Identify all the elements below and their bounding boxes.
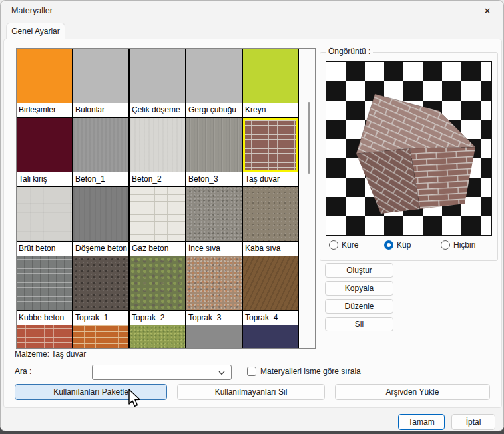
- material-name: Döşeme beton: [73, 242, 128, 256]
- material-tile[interactable]: Kreyn: [242, 48, 299, 118]
- side-button-oluştur[interactable]: Oluştur: [325, 263, 393, 278]
- selected-material-label: Malzeme: Taş duvar: [15, 349, 86, 359]
- side-button-düzenle[interactable]: Düzenle: [325, 299, 393, 314]
- action-button-1[interactable]: Kullanılanları Paketle: [15, 384, 167, 400]
- material-tile[interactable]: Gaz beton: [129, 186, 186, 256]
- material-tile[interactable]: Beton_1: [73, 117, 129, 187]
- material-name: Beton_2: [130, 172, 185, 186]
- material-tile[interactable]: [16, 325, 73, 349]
- material-tile[interactable]: [242, 325, 299, 349]
- material-tile[interactable]: Brüt beton: [16, 186, 73, 256]
- material-name: Beton_3: [186, 172, 242, 186]
- material-thumbnail: [186, 187, 242, 242]
- material-tile[interactable]: Toprak_2: [129, 256, 186, 326]
- material-name: İnce sıva: [186, 242, 242, 256]
- radio-küp[interactable]: Küp: [384, 240, 411, 250]
- radio-circle-icon: [384, 240, 393, 250]
- ok-button[interactable]: Tamam: [398, 414, 445, 430]
- material-thumbnail: [243, 118, 298, 172]
- material-tile[interactable]: Beton_2: [129, 117, 186, 187]
- material-thumbnail: [17, 49, 72, 103]
- chevron-down-icon: [218, 371, 225, 375]
- material-tile[interactable]: Taş duvar: [242, 117, 299, 187]
- screen: Materyaller ✕ Genel Ayarlar BirleşimlerB…: [0, 0, 504, 434]
- material-name: Gaz beton: [130, 242, 185, 256]
- material-tile[interactable]: Toprak_3: [186, 256, 242, 326]
- radio-hiçbiri[interactable]: Hiçbiri: [441, 240, 475, 250]
- material-thumbnail: [17, 256, 72, 311]
- preview-group-label: Öngörüntü :: [326, 47, 373, 56]
- scrollbar-track[interactable]: [300, 49, 315, 348]
- radio-label: Küp: [397, 240, 411, 250]
- material-thumbnail: [243, 187, 298, 242]
- material-name: Toprak_1: [73, 311, 128, 325]
- material-tile[interactable]: Çelik döşeme: [129, 48, 186, 118]
- material-tile[interactable]: [73, 325, 129, 349]
- material-name: Taş duvar: [243, 172, 298, 186]
- side-button-kopyala[interactable]: Kopyala: [325, 281, 393, 296]
- material-thumbnail: [130, 49, 185, 103]
- material-thumbnail: [130, 326, 185, 349]
- material-thumbnail: [73, 118, 128, 172]
- radio-circle-icon: [441, 240, 450, 250]
- material-thumbnail: [130, 118, 185, 172]
- close-icon[interactable]: ✕: [481, 5, 494, 18]
- material-name: Brüt beton: [17, 242, 72, 256]
- material-thumbnail: [186, 49, 242, 103]
- sort-by-name-label: Materyalleri isme göre sırala: [260, 367, 361, 376]
- radio-küre[interactable]: Küre: [329, 240, 358, 250]
- material-thumbnail: [130, 187, 185, 242]
- material-tile[interactable]: Birleşimler: [16, 48, 73, 118]
- materials-dialog: Materyaller ✕ Genel Ayarlar BirleşimlerB…: [0, 0, 504, 431]
- preview-cube-render: [326, 62, 492, 236]
- material-thumbnail: [186, 256, 242, 311]
- action-button-2[interactable]: Kullanılmayanları Sil: [177, 384, 325, 400]
- side-button-sil[interactable]: Sil: [325, 317, 393, 331]
- preview-viewport[interactable]: [326, 61, 492, 236]
- material-tile[interactable]: Toprak_1: [73, 256, 129, 326]
- material-tile[interactable]: Döşeme beton: [73, 186, 129, 256]
- material-thumbnail: [73, 187, 128, 242]
- titlebar[interactable]: Materyaller ✕: [1, 1, 503, 22]
- material-tile[interactable]: Toprak_4: [242, 256, 299, 326]
- scrollbar-thumb[interactable]: [308, 102, 310, 174]
- material-name: Tali kiriş: [17, 172, 72, 186]
- material-name: Bulonlar: [73, 103, 128, 117]
- preview-mode-radios: KüreKüpHiçbiri: [326, 240, 493, 258]
- material-tile[interactable]: Beton_3: [186, 117, 242, 187]
- material-list[interactable]: BirleşimlerBulonlarÇelik döşemeGergi çub…: [16, 48, 316, 349]
- radio-label: Hiçbiri: [453, 240, 475, 250]
- material-name: Beton_1: [73, 172, 128, 186]
- mouse-cursor: [128, 389, 141, 407]
- material-tile[interactable]: [129, 325, 186, 349]
- material-tile[interactable]: Kubbe beton: [16, 256, 73, 326]
- material-grid: BirleşimlerBulonlarÇelik döşemeGergi çub…: [17, 49, 300, 349]
- material-name: Toprak_2: [130, 311, 185, 325]
- material-thumbnail: [186, 118, 242, 172]
- material-thumbnail: [243, 49, 298, 103]
- material-tile[interactable]: Tali kiriş: [16, 117, 73, 187]
- material-name: Kubbe beton: [17, 311, 72, 325]
- search-combobox[interactable]: [92, 365, 232, 380]
- material-tile[interactable]: İnce sıva: [186, 186, 242, 256]
- material-tile[interactable]: Kaba sıva: [242, 186, 299, 256]
- search-label: Ara :: [15, 367, 31, 376]
- material-name: Toprak_4: [243, 311, 298, 325]
- action-button-3[interactable]: Arşivden Yükle: [335, 384, 490, 400]
- material-name: Kreyn: [243, 103, 298, 117]
- radio-circle-icon: [329, 240, 338, 250]
- material-tile[interactable]: [186, 325, 242, 349]
- material-thumbnail: [73, 256, 128, 311]
- material-name: Kaba sıva: [243, 242, 298, 256]
- material-thumbnail: [17, 187, 72, 242]
- material-tile[interactable]: Bulonlar: [73, 48, 129, 118]
- material-name: Toprak_3: [186, 311, 242, 325]
- material-thumbnail: [243, 256, 298, 311]
- material-thumbnail: [17, 118, 72, 172]
- material-thumbnail: [17, 326, 72, 349]
- radio-label: Küre: [342, 240, 358, 250]
- material-tile[interactable]: Gergi çubuğu: [186, 48, 242, 118]
- tab-genel-ayarlar[interactable]: Genel Ayarlar: [6, 23, 65, 39]
- cancel-button[interactable]: İptal: [451, 414, 495, 430]
- sort-by-name-checkbox[interactable]: [247, 367, 256, 376]
